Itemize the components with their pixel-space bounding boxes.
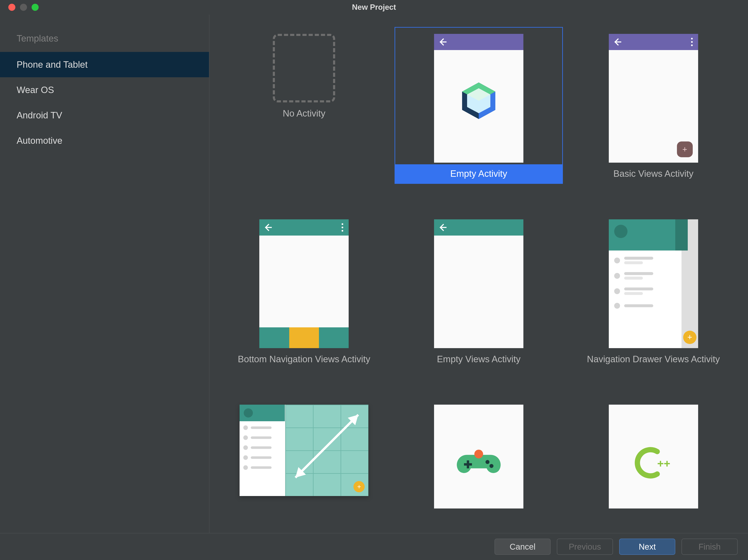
template-label: Bottom Navigation Views Activity bbox=[220, 350, 388, 369]
next-button[interactable]: Next bbox=[619, 539, 675, 555]
back-arrow-icon bbox=[614, 38, 622, 46]
sidebar-item-label: Phone and Tablet bbox=[17, 59, 88, 70]
sidebar-item-android-tv[interactable]: Android TV bbox=[0, 103, 209, 128]
fab-icon: + bbox=[677, 142, 693, 157]
svg-text:++: ++ bbox=[657, 457, 670, 470]
button-label: Finish bbox=[699, 542, 721, 552]
sidebar-item-label: Wear OS bbox=[17, 85, 54, 95]
template-label: Basic Views Activity bbox=[569, 164, 738, 184]
window-title: New Project bbox=[352, 3, 396, 11]
back-arrow-icon bbox=[440, 38, 447, 46]
cancel-button[interactable]: Cancel bbox=[494, 539, 551, 555]
kebab-icon bbox=[675, 219, 688, 250]
window-controls bbox=[8, 4, 39, 11]
kebab-icon bbox=[691, 38, 693, 46]
template-responsive-views-activity[interactable]: + bbox=[220, 398, 388, 533]
template-thumbnail bbox=[395, 398, 563, 509]
template-thumbnail bbox=[220, 213, 388, 350]
template-thumbnail: ++ bbox=[569, 398, 738, 509]
button-label: Next bbox=[639, 542, 656, 552]
mock-drawer bbox=[609, 219, 681, 348]
sidebar-item-label: Automotive bbox=[17, 136, 62, 146]
template-thumbnail: + bbox=[569, 213, 738, 350]
mock-appbar bbox=[609, 34, 698, 50]
back-arrow-icon bbox=[440, 224, 447, 231]
template-label: No Activity bbox=[220, 104, 388, 124]
finish-button: Finish bbox=[681, 539, 738, 555]
sidebar: Templates Phone and Tablet Wear OS Andro… bbox=[0, 15, 209, 533]
template-thumbnail bbox=[395, 213, 563, 350]
avatar-icon bbox=[614, 225, 628, 238]
mock-detail-pane: + bbox=[285, 405, 368, 496]
previous-button: Previous bbox=[557, 539, 613, 555]
template-gallery: No Activity bbox=[209, 15, 748, 533]
svg-point-10 bbox=[486, 460, 490, 464]
maximize-icon[interactable] bbox=[31, 4, 39, 11]
template-thumbnail bbox=[220, 27, 388, 104]
dialog-body: Templates Phone and Tablet Wear OS Andro… bbox=[0, 15, 748, 533]
mock-appbar bbox=[434, 34, 523, 50]
mock-list-pane bbox=[239, 405, 285, 496]
close-icon[interactable] bbox=[8, 4, 15, 11]
template-game-activity[interactable] bbox=[395, 398, 563, 533]
avatar-icon bbox=[244, 408, 253, 417]
template-thumbnail: + bbox=[220, 398, 388, 496]
template-navigation-drawer-views-activity[interactable]: + Navigation Drawer Views Activity bbox=[569, 213, 738, 394]
template-basic-views-activity[interactable]: + Basic Views Activity bbox=[569, 27, 738, 208]
new-project-window: New Project Templates Phone and Tablet W… bbox=[0, 0, 748, 560]
svg-rect-9 bbox=[464, 463, 472, 466]
template-empty-activity[interactable]: Empty Activity bbox=[395, 27, 563, 208]
sidebar-heading: Templates bbox=[0, 27, 209, 52]
template-empty-views-activity[interactable]: Empty Views Activity bbox=[395, 213, 563, 394]
sidebar-item-phone-and-tablet[interactable]: Phone and Tablet bbox=[0, 52, 209, 77]
sidebar-item-automotive[interactable]: Automotive bbox=[0, 128, 209, 153]
template-thumbnail: + bbox=[569, 27, 738, 164]
template-thumbnail bbox=[395, 27, 563, 164]
sidebar-item-label: Android TV bbox=[17, 110, 62, 120]
template-native-cpp[interactable]: ++ bbox=[569, 398, 738, 533]
mock-bottom-nav bbox=[259, 327, 349, 348]
titlebar: New Project bbox=[0, 0, 748, 15]
kebab-icon bbox=[342, 223, 343, 232]
template-label: Empty Activity bbox=[395, 164, 563, 184]
minimize-icon[interactable] bbox=[20, 4, 27, 11]
dialog-footer: Cancel Previous Next Finish bbox=[0, 533, 748, 560]
back-arrow-icon bbox=[265, 224, 272, 231]
compose-logo-icon bbox=[458, 80, 499, 122]
dashed-placeholder-icon bbox=[273, 34, 335, 102]
svg-point-11 bbox=[490, 464, 493, 468]
template-label: Navigation Drawer Views Activity bbox=[569, 350, 738, 369]
sidebar-item-wear-os[interactable]: Wear OS bbox=[0, 77, 209, 103]
template-bottom-navigation-views-activity[interactable]: Bottom Navigation Views Activity bbox=[220, 213, 388, 394]
svg-point-12 bbox=[474, 450, 483, 458]
fab-icon: + bbox=[683, 331, 697, 344]
button-label: Cancel bbox=[510, 542, 536, 552]
mock-appbar bbox=[259, 219, 349, 236]
button-label: Previous bbox=[569, 542, 601, 552]
game-controller-icon bbox=[455, 446, 502, 480]
mock-appbar bbox=[434, 219, 523, 236]
template-label: Empty Views Activity bbox=[395, 350, 563, 369]
cpp-icon: ++ bbox=[630, 444, 677, 482]
template-no-activity[interactable]: No Activity bbox=[220, 27, 388, 208]
